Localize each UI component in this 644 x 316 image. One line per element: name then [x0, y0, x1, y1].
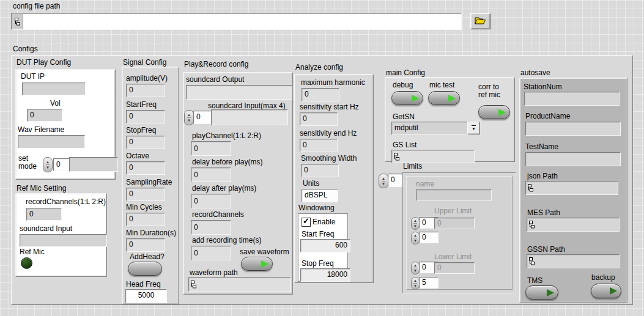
path-glyph-icon [393, 153, 400, 161]
autosave-panel: StationNum ProductName TestName json Pat… [519, 78, 627, 303]
windowing-title: Windowing [298, 204, 335, 212]
startfreq-field[interactable]: 0 [126, 110, 165, 123]
debug-toggle[interactable] [391, 91, 423, 105]
configs-title: Configs [13, 45, 38, 53]
set-mode-label: set mode [18, 155, 39, 171]
set-mode-text-field[interactable] [69, 157, 118, 172]
soundcard-output-field[interactable] [186, 85, 292, 100]
path-glyph-icon [12, 13, 23, 29]
enable-checkbox[interactable] [302, 218, 311, 227]
dut-ip-label: DUT IP [21, 73, 45, 81]
addhead-toggle[interactable] [128, 262, 162, 276]
soundcard-input-max4-field[interactable] [211, 109, 288, 125]
min-cycles-label: Min Cycles [126, 204, 162, 211]
playchannel-field[interactable]: 0 [191, 141, 231, 156]
add-recording-time-field[interactable]: 0 [191, 246, 231, 260]
limit-name-label: name [416, 180, 434, 188]
tms-toggle[interactable] [525, 285, 558, 299]
delay-before-play-field[interactable]: 0 [191, 167, 231, 182]
upper-limit-label: Upper Limit [434, 207, 472, 215]
smoothing-width-label: Smoothing Width [301, 155, 357, 163]
lower-limit-spinner-1[interactable] [411, 262, 420, 274]
ref-mic-setting-panel: recordChannels(1:L 2:R) 0 soundcard Inpu… [15, 193, 107, 277]
wav-filename-field[interactable] [18, 135, 85, 149]
upper-limit-display: 0 [434, 218, 475, 229]
productname-field[interactable] [525, 122, 621, 136]
mes-path-label: MES Path [527, 209, 560, 217]
json-path-field[interactable] [525, 181, 618, 195]
min-duration-field[interactable]: 0 [126, 238, 165, 252]
autosave-title: autosave [520, 69, 550, 77]
set-mode-spinner[interactable] [43, 157, 53, 172]
vol-field[interactable]: 0 [27, 109, 62, 122]
labview-front-panel: { "header": { "config_file_path_label": … [0, 0, 644, 316]
browse-button[interactable] [470, 13, 490, 29]
main-config-panel: debug mic test corr to ref mic GetSN mdp… [385, 77, 515, 162]
limit-name-field[interactable] [416, 189, 492, 201]
min-cycles-field[interactable]: 0 [126, 213, 165, 226]
lower-limit-value-2[interactable]: 5 [419, 277, 439, 288]
smoothing-width-field[interactable]: 0 [301, 164, 339, 177]
gssn-path-field[interactable] [527, 254, 620, 268]
mic-test-toggle[interactable] [428, 91, 460, 105]
waveform-path-field[interactable] [188, 277, 291, 292]
maximum-harmonic-field[interactable]: 0 [302, 88, 339, 101]
corr-to-ref-mic-toggle[interactable] [478, 105, 510, 119]
open-folder-icon [475, 17, 486, 26]
sensitivity-end-field[interactable]: 0 [300, 139, 338, 152]
sensitivity-start-field[interactable]: 0 [300, 112, 338, 126]
stopfreq-field[interactable]: 0 [126, 136, 165, 149]
testname-label: TestName [525, 143, 558, 151]
config-file-path-input[interactable] [11, 13, 462, 30]
lower-limit-spinner-2[interactable] [411, 277, 420, 290]
sensitivity-end-label: sensitivity end Hz [300, 130, 357, 138]
samplingrate-field[interactable]: 0 [126, 188, 165, 201]
toggle-arrow-icon [610, 287, 617, 295]
amplitude-field[interactable]: 0 [126, 84, 165, 97]
limits-title: Limits [403, 163, 422, 171]
soundcard-input-index-value[interactable]: 0 [193, 111, 212, 124]
record-channels-field[interactable]: 0 [26, 208, 62, 221]
backup-toggle[interactable] [591, 284, 621, 298]
toggle-arrow-icon [261, 260, 268, 268]
dut-ip-field[interactable] [22, 83, 86, 95]
octave-label: Octave [126, 152, 149, 160]
upper-limit-spinner-2[interactable] [411, 232, 420, 244]
stationnum-field[interactable] [524, 92, 620, 106]
soundcard-input-label: soundcard Input [20, 225, 72, 233]
lower-limit-label: Lower Limit [434, 253, 472, 261]
octave-field[interactable]: 0 [126, 161, 165, 175]
play-record-config-title: Play&Record config [184, 61, 248, 68]
gs-list-label: GS List [393, 141, 416, 149]
soundcard-input-index-spinner[interactable] [184, 110, 194, 125]
dut-play-config-panel: DUT IP Vol 0 Wav Filename set mode 0 [15, 69, 116, 180]
upper-limit-value-2[interactable]: 0 [419, 232, 439, 243]
record-channels-label: recordChannels(1:L 2:R) [26, 198, 106, 206]
windowing-start-freq-field[interactable]: 600 [300, 239, 350, 252]
mes-path-field[interactable] [527, 218, 620, 232]
getsn-label: GetSN [393, 113, 415, 121]
gs-list-path-field[interactable] [391, 150, 475, 163]
testname-field[interactable] [525, 152, 621, 166]
wav-filename-label: Wav Filename [18, 126, 64, 134]
soundcard-input-field[interactable] [20, 234, 107, 247]
config-file-path-value [23, 13, 461, 29]
sensitivity-start-label: sensitivity start Hz [300, 103, 359, 111]
delay-after-play-field[interactable]: 0 [191, 194, 231, 208]
getsn-dropdown-button[interactable] [467, 122, 480, 134]
head-freq-field[interactable]: 5000 [125, 289, 167, 303]
save-waveform-toggle[interactable] [241, 257, 273, 271]
playchannel-label: playChannel(1:L 2:R) [192, 132, 261, 140]
units-field[interactable]: dBSPL [302, 189, 338, 202]
upper-limit-spinner-1[interactable] [411, 217, 420, 230]
analyze-config-panel: maximum harmonic 0 sensitivity start Hz … [294, 74, 374, 283]
windowing-stop-freq-field[interactable]: 18000 [300, 268, 350, 282]
record-channels2-label: recordChannels [192, 211, 244, 219]
enable-label: Enable [313, 218, 335, 226]
limits-index-spinner[interactable] [379, 174, 388, 188]
backup-label: backup [591, 274, 615, 282]
json-path-label: json Path [527, 172, 558, 180]
record-channels2-field[interactable]: 0 [191, 220, 231, 235]
getsn-ring-field[interactable]: mdputil [391, 122, 471, 135]
dut-play-config-title: DUT Play Config [17, 59, 71, 67]
